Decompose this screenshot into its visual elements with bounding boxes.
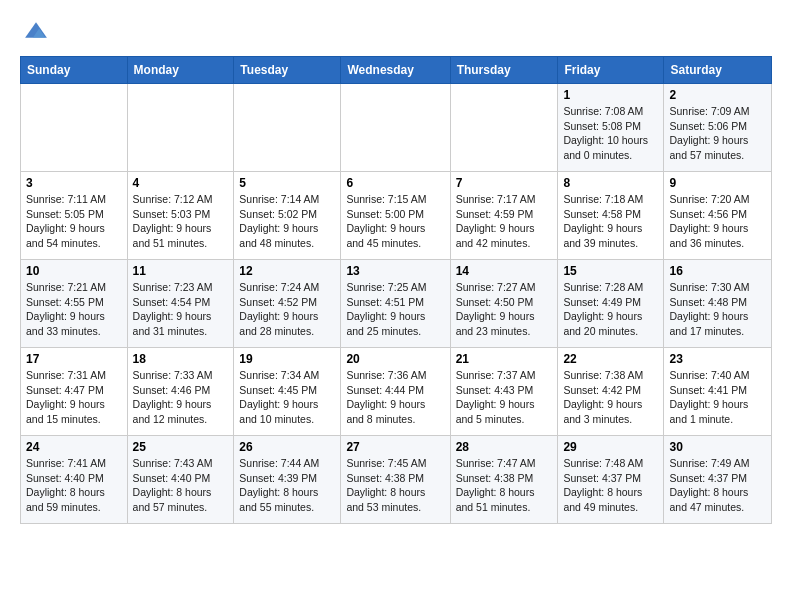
day-info: Sunrise: 7:41 AM Sunset: 4:40 PM Dayligh…: [26, 456, 122, 515]
day-info: Sunrise: 7:11 AM Sunset: 5:05 PM Dayligh…: [26, 192, 122, 251]
calendar-cell: [234, 84, 341, 172]
day-info: Sunrise: 7:23 AM Sunset: 4:54 PM Dayligh…: [133, 280, 229, 339]
calendar-table: SundayMondayTuesdayWednesdayThursdayFrid…: [20, 56, 772, 524]
day-number: 2: [669, 88, 766, 102]
day-info: Sunrise: 7:30 AM Sunset: 4:48 PM Dayligh…: [669, 280, 766, 339]
day-number: 27: [346, 440, 444, 454]
day-info: Sunrise: 7:09 AM Sunset: 5:06 PM Dayligh…: [669, 104, 766, 163]
day-number: 17: [26, 352, 122, 366]
calendar-cell: 17Sunrise: 7:31 AM Sunset: 4:47 PM Dayli…: [21, 348, 128, 436]
weekday-header: Friday: [558, 57, 664, 84]
calendar-cell: 14Sunrise: 7:27 AM Sunset: 4:50 PM Dayli…: [450, 260, 558, 348]
day-number: 20: [346, 352, 444, 366]
calendar-cell: 2Sunrise: 7:09 AM Sunset: 5:06 PM Daylig…: [664, 84, 772, 172]
weekday-header: Sunday: [21, 57, 128, 84]
day-info: Sunrise: 7:15 AM Sunset: 5:00 PM Dayligh…: [346, 192, 444, 251]
calendar-cell: [341, 84, 450, 172]
day-number: 10: [26, 264, 122, 278]
calendar-cell: 3Sunrise: 7:11 AM Sunset: 5:05 PM Daylig…: [21, 172, 128, 260]
calendar-cell: 4Sunrise: 7:12 AM Sunset: 5:03 PM Daylig…: [127, 172, 234, 260]
day-number: 23: [669, 352, 766, 366]
day-info: Sunrise: 7:45 AM Sunset: 4:38 PM Dayligh…: [346, 456, 444, 515]
day-info: Sunrise: 7:25 AM Sunset: 4:51 PM Dayligh…: [346, 280, 444, 339]
day-number: 6: [346, 176, 444, 190]
day-info: Sunrise: 7:43 AM Sunset: 4:40 PM Dayligh…: [133, 456, 229, 515]
day-number: 15: [563, 264, 658, 278]
calendar-cell: 9Sunrise: 7:20 AM Sunset: 4:56 PM Daylig…: [664, 172, 772, 260]
calendar-cell: 30Sunrise: 7:49 AM Sunset: 4:37 PM Dayli…: [664, 436, 772, 524]
day-number: 3: [26, 176, 122, 190]
day-number: 9: [669, 176, 766, 190]
day-number: 16: [669, 264, 766, 278]
calendar-cell: 6Sunrise: 7:15 AM Sunset: 5:00 PM Daylig…: [341, 172, 450, 260]
calendar-cell: [21, 84, 128, 172]
day-info: Sunrise: 7:14 AM Sunset: 5:02 PM Dayligh…: [239, 192, 335, 251]
day-number: 21: [456, 352, 553, 366]
logo: [20, 16, 50, 48]
day-info: Sunrise: 7:40 AM Sunset: 4:41 PM Dayligh…: [669, 368, 766, 427]
page: SundayMondayTuesdayWednesdayThursdayFrid…: [0, 0, 792, 540]
day-info: Sunrise: 7:48 AM Sunset: 4:37 PM Dayligh…: [563, 456, 658, 515]
header: [20, 16, 772, 48]
calendar-cell: 20Sunrise: 7:36 AM Sunset: 4:44 PM Dayli…: [341, 348, 450, 436]
day-info: Sunrise: 7:24 AM Sunset: 4:52 PM Dayligh…: [239, 280, 335, 339]
day-number: 12: [239, 264, 335, 278]
weekday-header: Wednesday: [341, 57, 450, 84]
day-number: 1: [563, 88, 658, 102]
day-number: 24: [26, 440, 122, 454]
calendar-cell: 19Sunrise: 7:34 AM Sunset: 4:45 PM Dayli…: [234, 348, 341, 436]
calendar-cell: 7Sunrise: 7:17 AM Sunset: 4:59 PM Daylig…: [450, 172, 558, 260]
day-info: Sunrise: 7:36 AM Sunset: 4:44 PM Dayligh…: [346, 368, 444, 427]
day-number: 25: [133, 440, 229, 454]
day-number: 19: [239, 352, 335, 366]
day-number: 5: [239, 176, 335, 190]
calendar-cell: 12Sunrise: 7:24 AM Sunset: 4:52 PM Dayli…: [234, 260, 341, 348]
day-info: Sunrise: 7:33 AM Sunset: 4:46 PM Dayligh…: [133, 368, 229, 427]
day-info: Sunrise: 7:27 AM Sunset: 4:50 PM Dayligh…: [456, 280, 553, 339]
day-number: 18: [133, 352, 229, 366]
day-info: Sunrise: 7:47 AM Sunset: 4:38 PM Dayligh…: [456, 456, 553, 515]
calendar-cell: 5Sunrise: 7:14 AM Sunset: 5:02 PM Daylig…: [234, 172, 341, 260]
calendar-cell: 24Sunrise: 7:41 AM Sunset: 4:40 PM Dayli…: [21, 436, 128, 524]
day-number: 29: [563, 440, 658, 454]
logo-icon: [22, 16, 50, 44]
day-info: Sunrise: 7:17 AM Sunset: 4:59 PM Dayligh…: [456, 192, 553, 251]
calendar-cell: 26Sunrise: 7:44 AM Sunset: 4:39 PM Dayli…: [234, 436, 341, 524]
calendar-cell: 11Sunrise: 7:23 AM Sunset: 4:54 PM Dayli…: [127, 260, 234, 348]
calendar-cell: 16Sunrise: 7:30 AM Sunset: 4:48 PM Dayli…: [664, 260, 772, 348]
day-info: Sunrise: 7:08 AM Sunset: 5:08 PM Dayligh…: [563, 104, 658, 163]
day-info: Sunrise: 7:44 AM Sunset: 4:39 PM Dayligh…: [239, 456, 335, 515]
calendar-cell: 28Sunrise: 7:47 AM Sunset: 4:38 PM Dayli…: [450, 436, 558, 524]
day-info: Sunrise: 7:37 AM Sunset: 4:43 PM Dayligh…: [456, 368, 553, 427]
calendar-cell: [127, 84, 234, 172]
calendar-cell: 25Sunrise: 7:43 AM Sunset: 4:40 PM Dayli…: [127, 436, 234, 524]
calendar-week-row: 24Sunrise: 7:41 AM Sunset: 4:40 PM Dayli…: [21, 436, 772, 524]
day-number: 8: [563, 176, 658, 190]
calendar-week-row: 10Sunrise: 7:21 AM Sunset: 4:55 PM Dayli…: [21, 260, 772, 348]
day-info: Sunrise: 7:49 AM Sunset: 4:37 PM Dayligh…: [669, 456, 766, 515]
calendar-cell: 27Sunrise: 7:45 AM Sunset: 4:38 PM Dayli…: [341, 436, 450, 524]
calendar-week-row: 3Sunrise: 7:11 AM Sunset: 5:05 PM Daylig…: [21, 172, 772, 260]
day-number: 4: [133, 176, 229, 190]
day-info: Sunrise: 7:28 AM Sunset: 4:49 PM Dayligh…: [563, 280, 658, 339]
day-number: 14: [456, 264, 553, 278]
weekday-header: Saturday: [664, 57, 772, 84]
calendar-cell: 18Sunrise: 7:33 AM Sunset: 4:46 PM Dayli…: [127, 348, 234, 436]
day-number: 30: [669, 440, 766, 454]
calendar-cell: 1Sunrise: 7:08 AM Sunset: 5:08 PM Daylig…: [558, 84, 664, 172]
day-number: 26: [239, 440, 335, 454]
calendar-cell: 15Sunrise: 7:28 AM Sunset: 4:49 PM Dayli…: [558, 260, 664, 348]
day-info: Sunrise: 7:38 AM Sunset: 4:42 PM Dayligh…: [563, 368, 658, 427]
day-info: Sunrise: 7:34 AM Sunset: 4:45 PM Dayligh…: [239, 368, 335, 427]
calendar-cell: 8Sunrise: 7:18 AM Sunset: 4:58 PM Daylig…: [558, 172, 664, 260]
day-number: 22: [563, 352, 658, 366]
weekday-header: Tuesday: [234, 57, 341, 84]
calendar-cell: 10Sunrise: 7:21 AM Sunset: 4:55 PM Dayli…: [21, 260, 128, 348]
calendar-cell: 23Sunrise: 7:40 AM Sunset: 4:41 PM Dayli…: [664, 348, 772, 436]
day-info: Sunrise: 7:31 AM Sunset: 4:47 PM Dayligh…: [26, 368, 122, 427]
calendar-week-row: 17Sunrise: 7:31 AM Sunset: 4:47 PM Dayli…: [21, 348, 772, 436]
calendar-cell: 29Sunrise: 7:48 AM Sunset: 4:37 PM Dayli…: [558, 436, 664, 524]
day-number: 28: [456, 440, 553, 454]
weekday-header: Monday: [127, 57, 234, 84]
day-info: Sunrise: 7:12 AM Sunset: 5:03 PM Dayligh…: [133, 192, 229, 251]
